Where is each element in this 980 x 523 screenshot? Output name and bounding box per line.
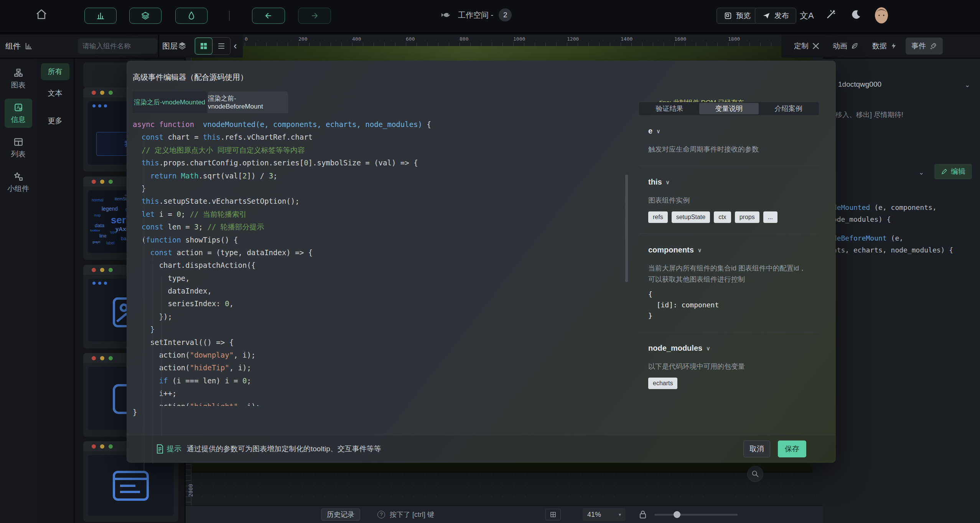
event-snippet-line: ents, echarts, node_modules) { xyxy=(828,244,978,256)
chevron-down-icon: ▾ xyxy=(619,512,621,517)
layers-tool-button[interactable] xyxy=(129,8,161,24)
wordcloud-word: data xyxy=(95,223,104,228)
ruler-number: 1000 xyxy=(513,36,525,42)
category-info[interactable]: A 信息 xyxy=(5,99,32,128)
avatar[interactable] xyxy=(874,7,889,24)
history-button[interactable]: 历史记录 xyxy=(321,508,360,521)
category-list[interactable]: 列表 xyxy=(5,133,32,162)
code-editor[interactable]: async function vnodeMounted(e, component… xyxy=(133,118,629,478)
components-panel-title: 组件 xyxy=(5,41,21,51)
code-line: chart.dispatchAction({ xyxy=(133,259,629,272)
chevron-down-icon[interactable]: ⌄ xyxy=(919,168,924,177)
code-line: this.setupState.vEchartsSetOption(); xyxy=(133,195,629,208)
indent-guide xyxy=(153,249,153,464)
tab-variable-docs[interactable]: 变量说明 xyxy=(699,103,759,114)
canvas-magnifier-button[interactable] xyxy=(747,466,763,482)
leaf-icon xyxy=(851,42,858,50)
tab-animation[interactable]: 动画 xyxy=(833,41,858,51)
preview-button[interactable]: 预览 xyxy=(716,8,758,24)
ruler-number: 1800 xyxy=(728,36,740,42)
tab-intro-examples[interactable]: 介绍案例 xyxy=(759,103,818,114)
nav-divider xyxy=(229,11,230,21)
tab-events[interactable]: 事件 xyxy=(906,38,943,54)
mini-window-dots xyxy=(92,282,107,285)
chevron-down-icon[interactable]: ∨ xyxy=(706,345,710,351)
tip-text: 通过提供的参数可为图表增加定制化的tooltip、交互事件等等 xyxy=(187,444,381,454)
workspace-label: 工作空间 - xyxy=(458,10,493,20)
component-search[interactable] xyxy=(78,38,157,54)
components-toolbar: 组件 图层 ‹ xyxy=(0,35,243,58)
language-icon[interactable]: 文A xyxy=(800,10,814,21)
var-desc: 图表组件实例 xyxy=(648,195,810,206)
tab-vnode-before-mount[interactable]: 渲染之前-vnodeBeforeMount xyxy=(208,91,288,113)
save-button[interactable]: 保存 xyxy=(778,441,806,457)
variable-chip[interactable]: ctx xyxy=(714,211,731,223)
variable-chip[interactable]: echarts xyxy=(648,378,677,389)
category-widgets[interactable]: 小组件 xyxy=(5,168,32,197)
filter-all[interactable]: 所有 xyxy=(41,63,69,80)
home-icon[interactable] xyxy=(36,8,47,20)
ruler-ticks xyxy=(234,43,777,46)
tab-customize[interactable]: 定制 xyxy=(794,41,820,51)
lock-icon[interactable] xyxy=(638,510,647,520)
chevron-down-icon[interactable]: ∨ xyxy=(666,179,670,185)
chevron-down-icon[interactable]: ∨ xyxy=(698,247,702,253)
wordcloud-word: toolbox xyxy=(90,229,100,232)
publish-button[interactable]: 发布 xyxy=(755,8,796,24)
variable-chip[interactable]: setupState xyxy=(672,211,710,223)
undo-button[interactable] xyxy=(252,8,285,24)
variable-chip[interactable]: props xyxy=(735,211,759,223)
redo-button[interactable] xyxy=(298,8,331,24)
event-snippet-line: odeBeforeMount (e, xyxy=(828,232,978,244)
code-line: action("highlight", i); xyxy=(133,400,629,406)
layer-view-toggle xyxy=(194,37,231,55)
zoom-level-select[interactable]: 41% ▾ xyxy=(583,508,626,521)
layers-icon[interactable] xyxy=(178,41,187,50)
tab-vnode-mounted[interactable]: 渲染之后-vnodeMounted xyxy=(132,91,207,113)
chevron-down-icon[interactable]: ∨ xyxy=(656,128,660,134)
var-section-components: components∨ 当前大屏内所有组件的集合id 图表组件中的配置id，可以… xyxy=(639,234,819,332)
lightning-icon xyxy=(890,42,897,50)
zoom-slider[interactable] xyxy=(654,514,738,516)
document-icon xyxy=(156,444,164,454)
cancel-button[interactable]: 取消 xyxy=(743,441,770,457)
var-name: components xyxy=(648,246,694,254)
wordcloud-word: label xyxy=(106,241,114,245)
var-chips: refssetupStatectxprops... xyxy=(648,211,810,223)
code-line: const chart = this.refs.vChartRef.chart xyxy=(133,131,629,144)
workspace-count-badge: 2 xyxy=(499,8,512,21)
grid-view-icon-button[interactable] xyxy=(545,509,561,520)
tab-validation-result[interactable]: 验证结果 xyxy=(640,103,699,114)
tip-label: 提示 xyxy=(167,444,181,454)
var-name: this xyxy=(648,178,662,186)
variable-chip[interactable]: refs xyxy=(648,211,668,223)
wordcloud-word: line xyxy=(99,233,107,239)
ruler-number: 0 xyxy=(245,36,248,42)
collapse-panel-chevron[interactable]: ‹ xyxy=(234,40,237,51)
list-view-toggle[interactable] xyxy=(212,38,230,54)
filter-more[interactable]: 更多 xyxy=(41,112,69,129)
filter-text[interactable]: 文本 xyxy=(41,85,69,102)
code-line: return Math.sqrt(val[2]) / 3; xyxy=(133,170,629,182)
chevron-down-icon[interactable]: ⌄ xyxy=(965,81,970,89)
tab-customize-label: 定制 xyxy=(794,41,809,51)
tab-animation-label: 动画 xyxy=(833,41,847,51)
edit-event-button[interactable]: 编辑 xyxy=(934,164,972,179)
chart-tool-button[interactable] xyxy=(84,8,117,24)
ruler-number: 600 xyxy=(406,36,415,42)
grid-view-toggle[interactable] xyxy=(195,38,212,54)
tab-data[interactable]: 数据 xyxy=(872,41,897,51)
modal-side-panel: 验证结果 变量说明 介绍案例 e∨ 触发对应生命周期事件时接收的参数 this∨… xyxy=(639,102,819,400)
ruler-number: 800 xyxy=(460,36,468,42)
dark-mode-moon-icon[interactable] xyxy=(851,9,861,20)
variable-chip[interactable]: ... xyxy=(763,211,777,223)
filter-column: 所有 文本 更多 xyxy=(36,59,75,523)
editor-scrollbar[interactable] xyxy=(625,175,628,282)
svg-text:A: A xyxy=(16,105,20,110)
pen-nib-tool-button[interactable] xyxy=(175,8,208,24)
category-label: 图表 xyxy=(11,80,26,90)
category-charts[interactable]: 图表 xyxy=(5,64,32,93)
magic-wand-icon[interactable] xyxy=(825,9,836,20)
zoom-slider-handle[interactable] xyxy=(674,511,680,518)
tab-events-label: 事件 xyxy=(911,41,926,51)
